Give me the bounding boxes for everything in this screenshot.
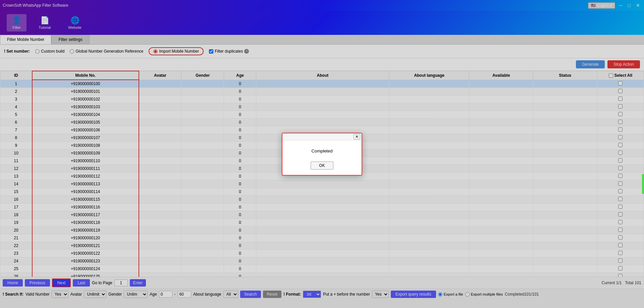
completed-modal: ✕ Completed OK: [282, 133, 362, 176]
modal-message: Completed: [312, 148, 333, 153]
modal-footer: OK: [282, 159, 362, 175]
modal-body: Completed: [282, 140, 362, 159]
modal-titlebar: ✕: [282, 133, 362, 140]
modal-ok-button[interactable]: OK: [311, 162, 333, 170]
modal-overlay: ✕ Completed OK: [0, 0, 644, 308]
modal-close-button[interactable]: ✕: [354, 134, 360, 139]
